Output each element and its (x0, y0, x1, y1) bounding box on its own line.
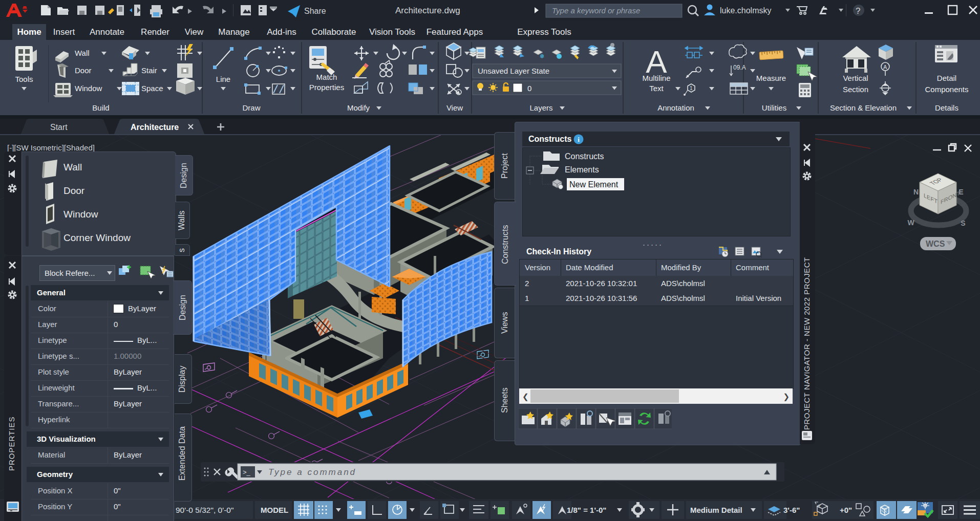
svg-text:N: N (913, 188, 919, 196)
svg-text:1: 1 (690, 85, 693, 91)
svg-text:❄: ❄ (540, 53, 545, 60)
svg-text:Door: Door (75, 66, 92, 75)
svg-text:Details: Details (935, 103, 958, 112)
svg-text:Detail: Detail (937, 74, 956, 82)
svg-text:A: A (883, 64, 887, 70)
svg-text:Elements: Elements (565, 165, 599, 174)
svg-text:Type a command: Type a command (268, 467, 356, 477)
svg-text:Wall: Wall (63, 162, 82, 172)
svg-text:>_: >_ (243, 468, 251, 476)
svg-text:Annotation: Annotation (657, 103, 694, 112)
svg-text:Corner Window: Corner Window (63, 232, 131, 243)
svg-text:[-][SW Isometric][Shaded]: [-][SW Isometric][Shaded] (7, 143, 95, 152)
svg-text:Door: Door (63, 185, 85, 196)
svg-text:Layers: Layers (529, 103, 552, 112)
svg-text:View: View (446, 103, 463, 112)
svg-text:S: S (961, 219, 965, 227)
svg-text:Vertical: Vertical (843, 74, 868, 82)
svg-text:luke.cholmsky: luke.cholmsky (720, 6, 771, 15)
svg-text:Architecture: Architecture (131, 123, 179, 132)
svg-text:+0": +0" (840, 506, 852, 514)
svg-text:Type a keyword or phrase: Type a keyword or phrase (552, 6, 640, 15)
svg-text:Medium Detail: Medium Detail (690, 506, 742, 514)
svg-text:W: W (907, 219, 914, 227)
svg-text:Match: Match (316, 73, 337, 81)
svg-text:Unsaved Layer State: Unsaved Layer State (478, 67, 549, 75)
svg-text:Components: Components (925, 85, 968, 94)
svg-text:i: i (578, 136, 580, 143)
svg-text:?: ? (856, 6, 860, 16)
svg-text:Multiline: Multiline (642, 74, 670, 82)
svg-text:3'-6": 3'-6" (783, 506, 800, 514)
svg-text:Properties: Properties (309, 83, 344, 92)
svg-text:Window: Window (75, 84, 102, 93)
svg-text:MODEL: MODEL (261, 506, 288, 514)
svg-text:Section & Elevation: Section & Elevation (830, 103, 897, 112)
svg-text:Space: Space (141, 84, 163, 93)
svg-text:Line: Line (216, 75, 230, 83)
svg-text:Utilities: Utilities (762, 103, 786, 112)
svg-text:Share: Share (304, 7, 326, 15)
svg-text:09.A: 09.A (733, 64, 746, 71)
svg-text:WCS: WCS (926, 240, 945, 248)
svg-text:Start: Start (50, 123, 68, 132)
svg-text:0: 0 (527, 84, 531, 93)
svg-text:Modify: Modify (347, 103, 370, 112)
svg-text:New Element: New Element (569, 180, 619, 189)
svg-text:Section: Section (843, 85, 868, 94)
svg-text:Window: Window (63, 209, 98, 220)
svg-text:Stair: Stair (141, 66, 157, 75)
svg-text:Wall: Wall (75, 49, 90, 57)
svg-text:Draw: Draw (242, 103, 260, 112)
svg-text:Architecture.dwg: Architecture.dwg (395, 6, 460, 15)
svg-text:Measure: Measure (756, 74, 786, 82)
svg-text:Build: Build (92, 103, 109, 112)
svg-text:z: z (818, 503, 821, 509)
svg-text:1/8" = 1'-0": 1/8" = 1'-0" (567, 506, 606, 514)
svg-text:Tools: Tools (15, 75, 33, 83)
svg-text:Text: Text (649, 84, 664, 93)
svg-text:Constructs: Constructs (565, 152, 604, 161)
